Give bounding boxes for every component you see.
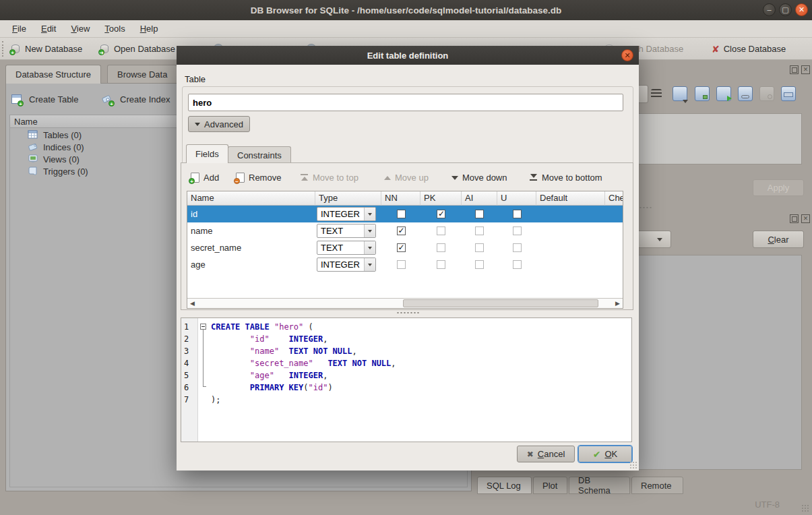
tree-item-views[interactable]: Views (0) [28, 153, 80, 165]
column-header-check[interactable]: Check [605, 191, 623, 206]
u-checkbox[interactable] [513, 226, 522, 235]
table-row[interactable]: name TEXT [187, 222, 623, 239]
cancel-button[interactable]: ✖ Cancel [517, 446, 575, 462]
triggers-icon [28, 166, 38, 176]
tree-item-tables[interactable]: Tables (0) [28, 129, 82, 141]
type-combobox[interactable]: INTEGER [317, 207, 376, 221]
import-icon[interactable] [673, 86, 687, 101]
column-header-u[interactable]: U [497, 191, 536, 206]
menu-help[interactable]: Help [133, 22, 165, 36]
pk-checkbox[interactable] [437, 226, 445, 235]
type-combobox[interactable]: TEXT [317, 224, 376, 238]
sql-line: CREATE TABLE "hero" ( [211, 321, 313, 333]
menu-tools[interactable]: Tools [98, 22, 131, 36]
type-combobox[interactable]: TEXT [317, 241, 376, 255]
edit-table-definition-dialog: Edit table definition ✕ Table Advanced F… [177, 46, 639, 471]
move-down-button[interactable]: Move down [451, 169, 507, 186]
type-combobox[interactable]: INTEGER [317, 258, 376, 272]
fold-marker-icon[interactable] [200, 324, 206, 330]
column-header-pk[interactable]: PK [420, 191, 462, 206]
advanced-button[interactable]: Advanced [188, 116, 250, 132]
dock-close-icon[interactable]: ✕ [801, 65, 810, 74]
dialog-splitter-handle[interactable] [396, 311, 419, 314]
u-checkbox[interactable] [513, 243, 522, 252]
sql-line: PRIMARY KEY("id") [211, 382, 333, 394]
table-row[interactable]: secret_name TEXT [187, 239, 623, 256]
ok-button[interactable]: ✔ OK [578, 446, 632, 462]
open-database-icon: ➜ [100, 44, 110, 55]
u-checkbox[interactable] [513, 260, 522, 269]
clear-button[interactable]: Clear [753, 231, 804, 248]
dialog-resize-grip[interactable] [629, 461, 637, 468]
toolbar-drag-handle[interactable] [2, 41, 4, 57]
encoding-indicator: UTF-8 [755, 499, 780, 510]
minimize-button[interactable]: – [763, 3, 776, 16]
dialog-close-button[interactable]: ✕ [621, 49, 633, 61]
views-icon [28, 154, 38, 164]
tree-item-indices[interactable]: Indices (0) [28, 141, 84, 153]
scrollbar-thumb[interactable] [403, 299, 598, 307]
tab-sql-log[interactable]: SQL Log [477, 477, 532, 494]
export-icon[interactable] [716, 86, 731, 101]
column-header-name[interactable]: Name [187, 191, 315, 206]
close-button[interactable]: ✕ [795, 3, 808, 16]
add-icon: + [191, 173, 199, 183]
create-table-button[interactable]: + Create Table [11, 90, 78, 108]
column-header-type[interactable]: Type [315, 191, 381, 206]
menu-view[interactable]: View [64, 22, 96, 36]
table-row[interactable]: id INTEGER [187, 206, 623, 222]
dialog-titlebar[interactable]: Edit table definition ✕ [177, 46, 639, 65]
tree-item-triggers[interactable]: Triggers (0) [28, 165, 88, 177]
tab-database-structure[interactable]: Database Structure [5, 65, 101, 84]
tab-browse-data[interactable]: Browse Data [107, 65, 177, 83]
column-header-default[interactable]: Default [536, 191, 605, 206]
nn-checkbox[interactable] [397, 243, 406, 252]
nn-checkbox[interactable] [397, 260, 406, 269]
tab-plot[interactable]: Plot [533, 477, 567, 494]
tab-db-schema[interactable]: DB Schema [569, 477, 630, 494]
close-database-button[interactable]: ✘ Close Database [709, 40, 788, 57]
link-icon[interactable] [738, 86, 753, 101]
ai-checkbox[interactable] [475, 210, 484, 218]
tab-remote[interactable]: Remote [631, 477, 683, 494]
column-header-ai[interactable]: AI [462, 191, 497, 206]
column-header-nn[interactable]: NN [381, 191, 420, 206]
ai-checkbox[interactable] [475, 226, 484, 235]
word-wrap-icon[interactable] [651, 89, 662, 98]
save-icon[interactable] [695, 86, 710, 101]
new-database-button[interactable]: + New Database [8, 40, 85, 57]
sql-preview-editor[interactable]: 1 2 3 4 5 6 7 CREATE TABLE "hero" ( "id"… [181, 317, 632, 442]
move-down-icon [451, 176, 458, 180]
open-database-button[interactable]: ➜ Open Database [97, 40, 178, 57]
scroll-left-icon[interactable]: ◀ [189, 300, 196, 307]
ai-checkbox[interactable] [475, 260, 484, 269]
maximize-button[interactable]: ▢ [779, 3, 792, 16]
remove-icon: − [236, 173, 245, 183]
menu-file[interactable]: File [5, 22, 33, 36]
add-field-button[interactable]: + Add [191, 169, 219, 186]
fields-table: Name Type NN PK AI U Default Check id IN… [187, 191, 623, 309]
pk-checkbox[interactable] [437, 243, 445, 252]
apply-button: Apply [753, 179, 804, 196]
resize-grip[interactable] [801, 504, 809, 512]
horizontal-scrollbar[interactable]: ◀ ▶ [187, 298, 623, 308]
remove-field-button[interactable]: − Remove [236, 169, 281, 186]
tab-fields[interactable]: Fields [186, 144, 228, 163]
nn-checkbox[interactable] [397, 210, 406, 218]
pk-checkbox[interactable] [437, 260, 445, 269]
table-name-input[interactable] [188, 94, 623, 111]
u-checkbox[interactable] [513, 210, 522, 218]
dock-float-icon[interactable] [790, 65, 799, 74]
print-icon[interactable] [781, 86, 796, 101]
move-to-bottom-button[interactable]: Move to bottom [530, 169, 602, 186]
tab-constraints[interactable]: Constraints [228, 146, 291, 163]
log-dock-float-icon[interactable] [790, 214, 799, 223]
menu-edit[interactable]: Edit [34, 22, 63, 36]
log-dock-close-icon[interactable]: ✕ [801, 214, 810, 223]
pk-checkbox[interactable] [437, 210, 445, 218]
nn-checkbox[interactable] [397, 226, 406, 235]
scroll-right-icon[interactable]: ▶ [614, 300, 621, 307]
table-row[interactable]: age INTEGER [187, 256, 623, 273]
ai-checkbox[interactable] [475, 243, 484, 252]
create-index-button[interactable]: + Create Index [102, 90, 170, 108]
